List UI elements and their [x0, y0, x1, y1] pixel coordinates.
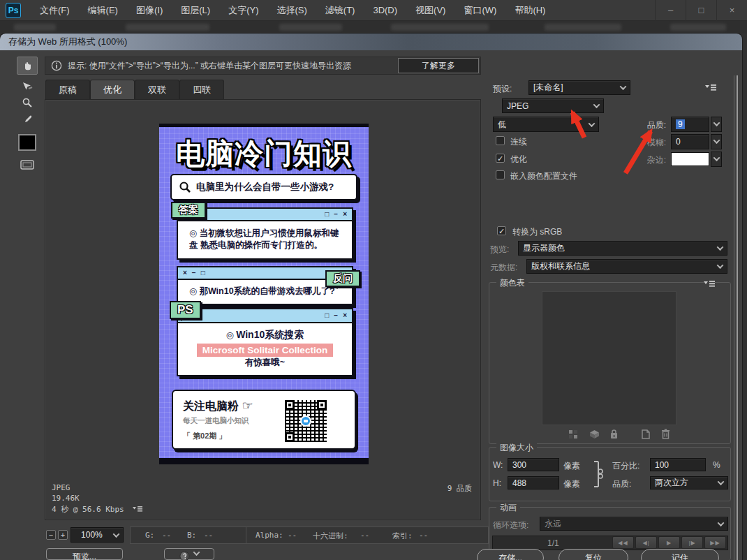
close-button[interactable]: ×: [716, 0, 747, 21]
eyedropper-color-swatch[interactable]: [18, 134, 36, 151]
tab-2up[interactable]: 双联: [135, 80, 179, 99]
minimize-button[interactable]: –: [655, 0, 686, 21]
compression-quality-select[interactable]: 低: [493, 117, 599, 132]
menu-layer[interactable]: 图层(L): [172, 0, 219, 21]
menu-help[interactable]: 帮助(H): [505, 0, 554, 21]
convert-srgb-checkbox[interactable]: ✓: [497, 226, 506, 235]
menu-image[interactable]: 图像(I): [127, 0, 172, 21]
percent-input[interactable]: 100: [650, 458, 706, 471]
quality-slider-button[interactable]: [711, 117, 722, 132]
metadata-select[interactable]: 版权和联系信息: [526, 259, 727, 274]
readout-b-value: --: [204, 531, 213, 540]
readout-alpha-value: --: [288, 531, 297, 540]
zoom-in-button[interactable]: +: [58, 530, 68, 540]
menu-file[interactable]: 文件(F): [31, 0, 79, 21]
eyedropper-tool-button[interactable]: [20, 112, 35, 127]
blur-input[interactable]: 0: [671, 134, 709, 149]
trash-icon[interactable]: [661, 429, 670, 439]
qr-finder: [317, 400, 327, 410]
menu-3d[interactable]: 3D(D): [364, 0, 406, 21]
embed-profile-checkbox[interactable]: [496, 170, 505, 179]
format-select[interactable]: JPEG: [502, 98, 604, 113]
preset-select[interactable]: [未命名]: [528, 80, 630, 95]
slice-select-tool-button[interactable]: [20, 78, 35, 94]
magnifier-icon: [22, 97, 33, 108]
compression-value: 低: [498, 119, 506, 131]
learn-more-button[interactable]: 了解更多: [398, 58, 479, 73]
resample-quality-label: 品质:: [612, 478, 631, 490]
lock-color-icon[interactable]: [609, 429, 619, 439]
blur-slider-button[interactable]: [711, 134, 722, 149]
tab-original[interactable]: 原稿: [45, 80, 90, 99]
snap-to-web-palette-icon[interactable]: [568, 429, 578, 439]
status-panel-menu-icon[interactable]: [133, 506, 142, 513]
menu-view[interactable]: 视图(V): [406, 0, 454, 21]
dialog-titlebar[interactable]: 存储为 Web 所用格式 (100%): [0, 34, 742, 50]
save-for-web-dialog: 存储为 Web 所用格式 (100%) 提示: 使用“文件”>“导出”>“导出为…: [0, 34, 742, 560]
next-frame-button[interactable]: |▶: [681, 536, 703, 549]
hand-tool-button[interactable]: [17, 57, 38, 75]
zoom-tool-button[interactable]: [20, 95, 35, 110]
optimized-label: 优化: [510, 154, 527, 165]
menu-filter[interactable]: 滤镜(T): [316, 0, 364, 21]
menu-type[interactable]: 文字(Y): [219, 0, 267, 21]
loop-options-select[interactable]: 永远: [540, 517, 728, 531]
maximize-button[interactable]: □: [686, 0, 716, 21]
optimized-checkbox[interactable]: ✓: [496, 154, 505, 163]
preview-canvas[interactable]: 电脑冷门知识 电脑里为什么会自带一些小游戏? □ − × 答案 ◎ 当初微软: [45, 99, 481, 520]
window-minimize-icon: −: [334, 312, 338, 319]
zoom-out-button[interactable]: −: [46, 530, 56, 540]
blurred-control: [545, 24, 621, 31]
zoom-level-value: 100%: [81, 530, 103, 540]
photoshop-logo-icon[interactable]: Ps: [6, 3, 21, 18]
previous-frame-button[interactable]: ◀|: [635, 536, 657, 549]
blurred-control: [14, 24, 56, 31]
matte-menu-button[interactable]: [711, 152, 722, 167]
preview-in-browser-button[interactable]: 预览...: [46, 548, 123, 560]
matte-swatch[interactable]: [671, 152, 709, 166]
preview-select[interactable]: 显示器颜色: [518, 241, 727, 256]
search-icon: [179, 181, 191, 193]
last-frame-button[interactable]: ▶▶: [704, 536, 726, 549]
tab-optimized[interactable]: 优化: [90, 80, 135, 99]
width-input[interactable]: 300: [508, 458, 559, 471]
new-color-icon[interactable]: [641, 429, 650, 439]
color-table-swatches[interactable]: [542, 291, 676, 425]
remember-button[interactable]: 记住: [641, 549, 719, 560]
window-close-icon: ×: [343, 312, 347, 319]
preset-panel-menu-icon[interactable]: [705, 84, 716, 91]
height-input[interactable]: 488: [508, 476, 559, 489]
chevron-down-icon: [718, 478, 725, 485]
zoom-level-select[interactable]: 100%: [71, 527, 124, 543]
height-label: H:: [493, 478, 501, 488]
poster-window-titlebar: □ − ×: [178, 309, 352, 323]
toggle-slices-visibility-button[interactable]: [18, 158, 36, 172]
menu-select[interactable]: 选择(S): [267, 0, 316, 21]
quality-input[interactable]: 9: [671, 117, 709, 132]
menu-window[interactable]: 窗口(W): [454, 0, 505, 21]
qr-center-logo: [300, 415, 311, 427]
browser-select-button[interactable]: [164, 548, 214, 560]
color-table-panel-menu-icon[interactable]: [704, 280, 715, 288]
tab-4up[interactable]: 四联: [179, 80, 224, 99]
screen: Ps 文件(F) 编辑(E) 图像(I) 图层(L) 文字(Y) 选择(S) 滤…: [0, 0, 747, 560]
progressive-label: 连续: [510, 136, 527, 148]
resample-quality-select[interactable]: 两次立方: [650, 476, 728, 489]
play-button[interactable]: ▶: [658, 536, 680, 549]
web-shift-cube-icon[interactable]: [589, 429, 600, 439]
chevron-down-icon: [193, 549, 200, 556]
menu-edit[interactable]: 编辑(E): [79, 0, 127, 21]
color-readout-strip: [130, 526, 489, 544]
link-dimensions-icon[interactable]: [591, 460, 604, 488]
ps-highlight: Microsoft Solitair Collection: [197, 344, 333, 357]
qr-code: [285, 400, 327, 442]
loop-options-value: 永远: [545, 518, 561, 530]
save-button[interactable]: 存储...: [477, 549, 544, 560]
reset-button[interactable]: 复位: [559, 549, 628, 560]
chevron-down-icon: [713, 137, 720, 144]
bullet-icon: ◎: [189, 286, 197, 296]
first-frame-button[interactable]: ◀◀: [612, 536, 634, 549]
window-minimize-icon: −: [334, 211, 338, 218]
chevron-down-icon: [718, 520, 725, 526]
progressive-checkbox[interactable]: [496, 136, 505, 145]
